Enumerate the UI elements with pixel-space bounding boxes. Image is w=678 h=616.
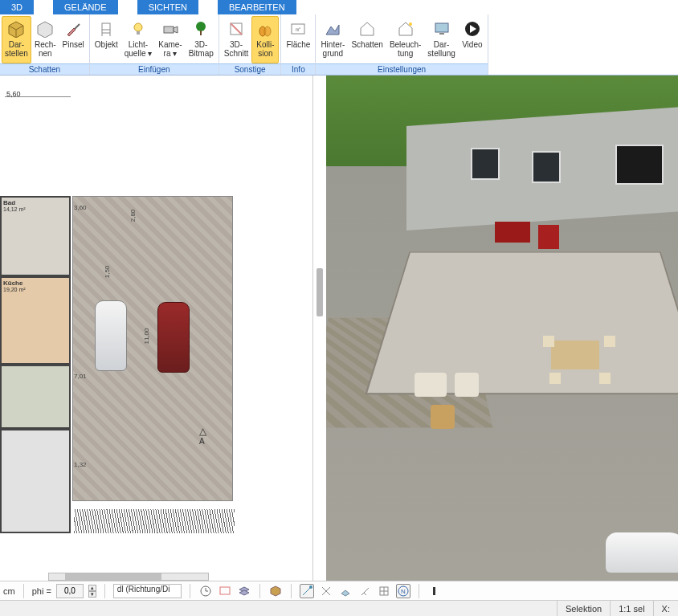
tab-sichten[interactable]: SICHTEN: [137, 0, 198, 14]
cube-small-icon[interactable]: [268, 584, 283, 598]
phi-spinner[interactable]: ▲▼: [88, 585, 96, 598]
svg-point-25: [409, 22, 412, 26]
ribbon-group-schatten: Dar- stellen Rech- nen Pinsel Schatten: [0, 14, 90, 75]
unit-label: cm: [3, 586, 15, 596]
room-living[interactable]: [0, 365, 71, 429]
furniture-table[interactable]: [551, 341, 599, 369]
svg-marker-36: [271, 586, 280, 596]
svg-line-37: [303, 587, 311, 595]
btn-darstellung[interactable]: Dar- stellung: [424, 16, 458, 63]
svg-rect-27: [439, 33, 444, 35]
tab-3d[interactable]: 3D: [0, 0, 34, 14]
furniture-sofa[interactable]: [495, 222, 530, 243]
tab-gelaende[interactable]: GELÄNDE: [53, 0, 118, 14]
phi-input[interactable]: [56, 584, 84, 598]
ribbon: Dar- stellen Rech- nen Pinsel Schatten O…: [0, 14, 678, 75]
furniture-chair[interactable]: [604, 336, 615, 347]
grid-icon[interactable]: [377, 584, 391, 598]
btn-label: Beleuch- tung: [390, 40, 421, 58]
svg-point-38: [309, 585, 312, 589]
svg-rect-6: [102, 23, 110, 30]
ribbon-group-einstellungen: Hinter- grund Schatten Beleuch- tung Dar…: [316, 14, 488, 75]
ribbon-group-info: ㎡ Fläche Info: [281, 14, 316, 75]
background-icon: [322, 18, 343, 39]
btn-label: Kolli- sion: [256, 40, 274, 58]
btn-objekt[interactable]: Objekt: [92, 16, 121, 63]
mode-dropdown[interactable]: dl (Richtung/Di: [113, 584, 182, 598]
furniture-armchair[interactable]: [538, 225, 559, 249]
car-red[interactable]: [157, 302, 190, 373]
dim-label: 11,00: [143, 328, 150, 344]
room-area: 19,20 m²: [3, 287, 67, 292]
btn-label: Dar- stellen: [5, 40, 28, 58]
ribbon-tabs: 3D GELÄNDE SICHTEN BEARBEITEN: [0, 0, 678, 14]
clock-icon[interactable]: [198, 584, 213, 598]
group-label-info: Info: [281, 63, 315, 75]
svg-point-19: [264, 27, 271, 36]
terrain-hatch: [74, 509, 235, 533]
btn-3d-bitmap[interactable]: 3D- Bitmap: [186, 16, 217, 63]
dim-label: 7,01: [74, 373, 87, 380]
svg-marker-35: [239, 590, 249, 595]
section-marker[interactable]: △ A: [199, 426, 206, 446]
svg-marker-13: [174, 27, 178, 33]
north-icon[interactable]: N: [396, 584, 410, 598]
info-pointer-icon[interactable]: [427, 584, 442, 598]
btn-video[interactable]: Video: [459, 16, 486, 63]
house-light-icon: [395, 18, 416, 39]
btn-schatten[interactable]: Schatten: [348, 16, 386, 63]
btn-pinsel[interactable]: Pinsel: [59, 16, 88, 63]
car-3d[interactable]: [606, 532, 678, 573]
btn-lichtquelle[interactable]: Licht- quelle ▾: [121, 16, 155, 63]
snap-endpoint-icon[interactable]: [300, 584, 314, 598]
room-kitchen[interactable]: Küche 19,20 m²: [0, 276, 71, 365]
dim-label: 1,32: [74, 461, 87, 468]
snap-intersection-icon[interactable]: [319, 584, 333, 598]
btn-3d-schnitt[interactable]: 3D- Schnitt: [221, 16, 252, 63]
cube-icon: [6, 18, 27, 39]
brush-icon: [63, 18, 84, 39]
view-3d[interactable]: [326, 75, 678, 581]
svg-rect-11: [137, 31, 140, 35]
layers-icon[interactable]: [237, 584, 251, 598]
cube-calc-icon: [35, 18, 55, 39]
btn-kollision[interactable]: Kolli- sion: [251, 16, 279, 63]
btn-darstellen[interactable]: Dar- stellen: [2, 16, 31, 63]
snap-perp-icon[interactable]: [357, 584, 372, 598]
view-2d-floorplan[interactable]: 5,60 Bad 14,12 m² Küche 19,20 m² △ A 3,6…: [0, 75, 313, 581]
collision-icon: [255, 18, 276, 39]
svg-marker-41: [341, 590, 349, 596]
btn-label: 3D- Schnitt: [224, 40, 249, 58]
patio-table[interactable]: [431, 405, 455, 429]
snap-plane-icon[interactable]: [338, 584, 353, 598]
patio-chair[interactable]: [455, 373, 479, 397]
status-x: X:: [653, 601, 678, 616]
dim-label: 2,80: [129, 210, 137, 222]
car-white[interactable]: [95, 300, 127, 371]
svg-marker-22: [326, 25, 339, 35]
btn-hintergrund[interactable]: Hinter- grund: [317, 16, 348, 63]
furniture-chair[interactable]: [599, 373, 611, 384]
btn-kamera[interactable]: Kame- ra ▾: [155, 16, 185, 63]
ribbon-group-sonstige: 3D- Schnitt Kolli- sion Sonstige: [219, 14, 282, 75]
btn-label: Licht- quelle ▾: [125, 40, 152, 58]
patio-sofa[interactable]: [415, 373, 447, 397]
house-shadow-icon: [357, 18, 378, 39]
room-bath[interactable]: Bad 14,12 m²: [0, 196, 71, 276]
scrollbar-2d-horizontal[interactable]: [48, 573, 209, 581]
phi-label: phi =: [32, 586, 51, 596]
btn-rechnen[interactable]: Rech- nen: [31, 16, 59, 63]
btn-flaeche[interactable]: ㎡ Fläche: [283, 16, 313, 63]
tab-bearbeiten[interactable]: BEARBEITEN: [218, 0, 296, 14]
splitter-handle[interactable]: [317, 268, 323, 316]
furniture-chair[interactable]: [543, 336, 554, 347]
furniture-chair[interactable]: [549, 373, 561, 384]
btn-label: Kame- ra ▾: [158, 40, 182, 58]
btn-label: Pinsel: [63, 40, 84, 49]
btn-label: Hinter- grund: [321, 40, 345, 58]
screen-icon[interactable]: [218, 584, 232, 598]
svg-marker-23: [361, 22, 374, 35]
room-garage[interactable]: [0, 429, 71, 533]
view-splitter[interactable]: [313, 75, 326, 581]
btn-beleuchtung[interactable]: Beleuch- tung: [386, 16, 424, 63]
